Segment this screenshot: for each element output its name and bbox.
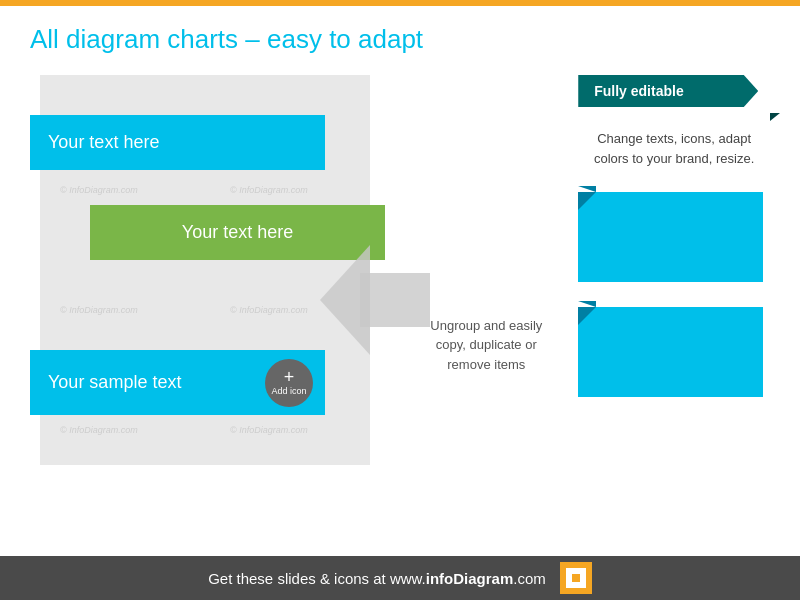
diagram-item-1: Your text here xyxy=(30,115,325,170)
right-panel: Fully editable Change texts, icons, adap… xyxy=(578,65,770,525)
banner-fold xyxy=(770,113,780,121)
annotation-text: Ungroup and easily copy, duplicate or re… xyxy=(414,316,558,375)
card-fold-side-2 xyxy=(578,307,596,325)
footer-brand: infoDiagram xyxy=(426,570,514,587)
add-icon-label: Add icon xyxy=(271,386,306,397)
arrow-body xyxy=(360,273,430,327)
footer-text: Get these slides & icons at www. xyxy=(208,570,426,587)
watermark-3: © InfoDiagram.com xyxy=(60,305,138,315)
editable-desc: Change texts, icons, adapt colors to you… xyxy=(578,129,770,168)
arrow-container xyxy=(320,245,430,355)
blue-card-2 xyxy=(578,307,763,397)
watermark-5: © InfoDiagram.com xyxy=(60,425,138,435)
diagram-item-1-text: Your text here xyxy=(30,132,159,153)
card-fold-side-1 xyxy=(578,192,596,210)
footer-icon xyxy=(560,562,592,594)
editable-banner-text: Fully editable xyxy=(594,83,683,99)
left-diagram: © InfoDiagram.com © InfoDiagram.com © In… xyxy=(30,65,394,525)
footer-icon-inner xyxy=(566,568,586,588)
watermark-4: © InfoDiagram.com xyxy=(230,305,308,315)
watermark-2: © InfoDiagram.com xyxy=(230,185,308,195)
watermark-6: © InfoDiagram.com xyxy=(230,425,308,435)
main-content: © InfoDiagram.com © InfoDiagram.com © In… xyxy=(0,65,800,525)
blue-card-1 xyxy=(578,192,763,282)
diagram-item-3-text: Your sample text xyxy=(30,372,181,393)
footer-domain: .com xyxy=(513,570,546,587)
watermark-1: © InfoDiagram.com xyxy=(60,185,138,195)
middle-section: Ungroup and easily copy, duplicate or re… xyxy=(414,65,558,525)
footer-icon-dot xyxy=(572,574,580,582)
title-area: All diagram charts – easy to adapt xyxy=(0,6,800,65)
editable-banner-container: Fully editable xyxy=(578,75,770,113)
footer: Get these slides & icons at www. infoDia… xyxy=(0,556,800,600)
diagram-item-2-text: Your text here xyxy=(182,222,293,243)
add-icon-button[interactable]: + Add icon xyxy=(265,359,313,407)
diagram-item-3: Your sample text + Add icon xyxy=(30,350,325,415)
editable-banner: Fully editable xyxy=(578,75,758,107)
arrow-head xyxy=(320,245,370,355)
page-title: All diagram charts – easy to adapt xyxy=(30,24,770,55)
